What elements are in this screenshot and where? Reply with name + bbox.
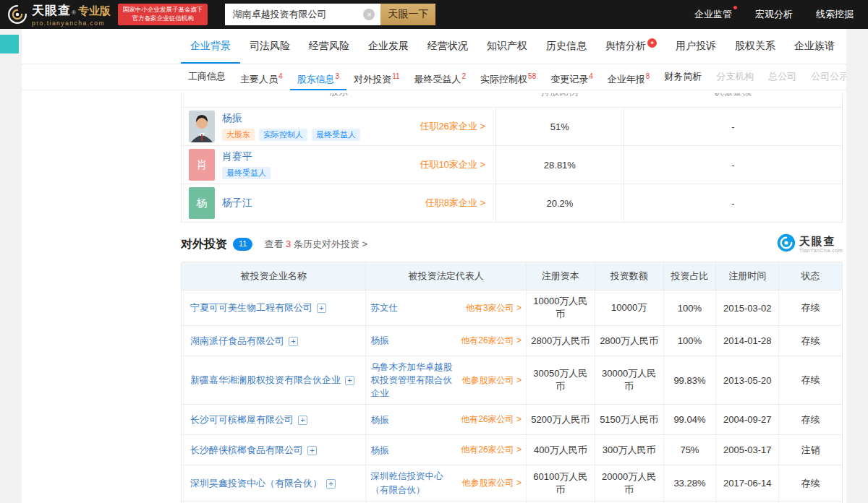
registered-capital: 400万人民币: [526, 435, 595, 465]
invested-company-cell: 长沙醉侠槟榔食品有限公司+: [182, 435, 365, 465]
legal-rep-link[interactable]: 乌鲁木齐加华卓越股权投资管理有限合伙企业: [370, 361, 459, 400]
shareholding-ratio: 28.81%: [495, 146, 624, 184]
company-link[interactable]: 深圳昊鑫投资中心（有限合伙）+: [190, 477, 336, 490]
registered-date: 2015-03-02: [715, 291, 778, 325]
legal-rep-cell: 杨振他有26家公司 >: [365, 435, 525, 465]
investment-section: 对外投资 11 查看 3 条历史对外投资 >: [181, 233, 843, 503]
expand-plus-icon[interactable]: +: [307, 446, 317, 455]
legal-rep-link[interactable]: 杨振: [370, 413, 458, 426]
main-tab-7[interactable]: 历史信息: [537, 29, 596, 64]
gov-certification-badge: 国家中小企业发展子基金旗下 官方备案企业征信机构: [118, 4, 208, 25]
shareholder-name-link[interactable]: 杨振: [222, 112, 360, 125]
shareholders-header-clipped: 股东持股比例认缴金额: [182, 93, 842, 108]
logo[interactable]: 天眼查 ® 专业版 pro.tianyancha.com: [7, 2, 111, 27]
shareholder-name-link[interactable]: 杨子江: [222, 197, 252, 210]
company-link[interactable]: 宁夏可可美生物工程有限公司+: [190, 301, 326, 314]
top-link-3[interactable]: 线索挖掘: [816, 8, 854, 21]
investment-ratio: 75%: [663, 435, 716, 465]
registered-capital: 5200万人民币: [526, 405, 595, 434]
main-tab-9[interactable]: 用户投诉: [666, 29, 726, 64]
sub-nav-item-10[interactable]: 分支机构: [709, 64, 761, 90]
company-link[interactable]: 新疆嘉华湘澜股权投资有限合伙企业+: [190, 374, 354, 387]
investment-history-link[interactable]: 查看 3 条历史对外投资 >: [264, 238, 367, 251]
investment-col-header-5: 投资占比: [663, 262, 716, 290]
sub-nav-item-8[interactable]: 企业年报8: [600, 64, 658, 90]
related-companies-link[interactable]: 他有3家公司 >: [466, 302, 522, 314]
main-tab-3[interactable]: 经营风险: [299, 29, 359, 64]
company-link[interactable]: 长沙醉侠槟榔食品有限公司+: [190, 444, 317, 457]
company-link[interactable]: 湖南派仔食品有限公司+: [190, 335, 298, 348]
expand-plus-icon[interactable]: +: [345, 376, 354, 385]
main-tab-1[interactable]: 企业背景: [181, 29, 240, 64]
related-companies-link[interactable]: 他有26家公司 >: [461, 444, 522, 456]
investment-table: 被投资企业名称被投资法定代表人注册资本投资数额投资占比注册时间状态 宁夏可可美生…: [181, 262, 843, 503]
search-input[interactable]: [225, 4, 380, 25]
registered-date: 2005-03-17: [715, 435, 778, 465]
investment-col-header-1: 被投资企业名称: [182, 262, 365, 290]
legal-rep-link[interactable]: 杨振: [370, 334, 458, 347]
company-status: 存续: [778, 326, 842, 356]
logo-title: 天眼查: [32, 2, 71, 19]
main-tab-4[interactable]: 企业发展: [359, 29, 418, 64]
expand-plus-icon[interactable]: +: [289, 337, 298, 346]
shareholder-row: 杨振大股东实际控制人最终受益人任职26家企业 >51%-: [182, 108, 842, 145]
positions-link[interactable]: 任职8家企业 >: [425, 197, 495, 210]
expand-plus-icon[interactable]: +: [298, 416, 307, 425]
shareholder-main-cell: 杨杨子江任职8家企业 >: [182, 184, 495, 222]
main-tab-12[interactable]: 投资版图: [844, 29, 846, 64]
search-bar: × 天眼一下: [225, 4, 435, 25]
related-companies-link[interactable]: 他有26家公司 >: [461, 335, 522, 347]
main-tab-5[interactable]: 经营状况: [418, 29, 477, 64]
related-companies-link[interactable]: 他有26家公司 >: [461, 413, 522, 426]
positions-link[interactable]: 任职26家企业 >: [420, 120, 495, 133]
history-suffix: 条历史对外投资 >: [294, 238, 367, 249]
search-button[interactable]: 天眼一下: [380, 4, 435, 25]
logo-domain: pro.tianyancha.com: [32, 20, 111, 27]
side-widget[interactable]: [0, 35, 19, 53]
investment-col-header-4: 投资数额: [595, 262, 663, 290]
hot-badge-icon: ✦: [647, 38, 657, 48]
main-tab-8[interactable]: 舆情分析✦: [596, 29, 666, 64]
sub-nav-item-4[interactable]: 对外投资11: [346, 64, 407, 90]
expand-plus-icon[interactable]: +: [326, 479, 336, 489]
main-tab-10[interactable]: 股权关系: [726, 29, 785, 64]
shareholder-photo: [189, 111, 215, 142]
main-tab-6[interactable]: 知识产权: [477, 29, 537, 64]
sub-nav-item-9[interactable]: 财务简析: [657, 64, 709, 90]
related-companies-link[interactable]: 他参股家公司 >: [462, 477, 522, 489]
sub-nav-item-3[interactable]: 股东信息3: [290, 64, 347, 90]
shareholders-header-row: 股东持股比例认缴金额: [182, 93, 842, 108]
top-link-2[interactable]: 宏观分析: [755, 8, 793, 21]
watermark-text: 天眼查 TianYanCha.com: [799, 236, 843, 253]
company-status: 注销: [778, 435, 842, 465]
expand-plus-icon[interactable]: +: [317, 304, 326, 313]
tianyancha-watermark-icon: [777, 233, 796, 255]
sub-nav-item-6[interactable]: 实际控制权58: [473, 64, 543, 90]
main-tab-2[interactable]: 司法风险: [240, 29, 299, 64]
legal-rep-link[interactable]: 杨振: [370, 444, 458, 457]
count-badge: 8: [646, 72, 650, 80]
investment-row: 长沙醉侠槟榔食品有限公司+杨振他有26家公司 >400万人民币300万人民币75…: [182, 434, 842, 465]
shareholder-avatar: 肖: [189, 149, 215, 181]
legal-rep-link[interactable]: 苏文仕: [370, 301, 462, 314]
shareholder-tag: 大股东: [222, 129, 255, 141]
legal-rep-link[interactable]: 深圳乾信投资中心（有限合伙）: [370, 470, 459, 496]
registered-date: 2014-01-28: [715, 326, 778, 356]
top-link-1[interactable]: 企业监管: [694, 8, 732, 21]
count-badge: 58: [528, 72, 536, 80]
company-link[interactable]: 长沙可可槟榔屋有限公司+: [190, 413, 307, 426]
sub-nav-item-12[interactable]: 公司公示: [804, 64, 846, 90]
sub-nav-item-5[interactable]: 最终受益人2: [407, 64, 474, 90]
main-tab-11[interactable]: 企业族谱: [785, 29, 844, 64]
count-badge: 2: [462, 72, 467, 80]
registered-capital: 10000万人民币: [526, 291, 595, 325]
shareholders-col-header-3: 认缴金额: [624, 93, 842, 98]
sub-nav-item-2[interactable]: 主要人员4: [233, 64, 290, 90]
sub-nav-item-1[interactable]: 工商信息: [181, 64, 233, 90]
investment-col-header-7: 状态: [778, 262, 842, 290]
positions-link[interactable]: 任职10家企业 >: [420, 158, 495, 171]
shareholder-name-link[interactable]: 肖赛平: [222, 150, 271, 163]
sub-nav-item-7[interactable]: 变更记录4: [543, 64, 600, 90]
related-companies-link[interactable]: 他参股家公司 >: [462, 374, 522, 387]
sub-nav-item-11[interactable]: 总公司: [761, 64, 804, 90]
